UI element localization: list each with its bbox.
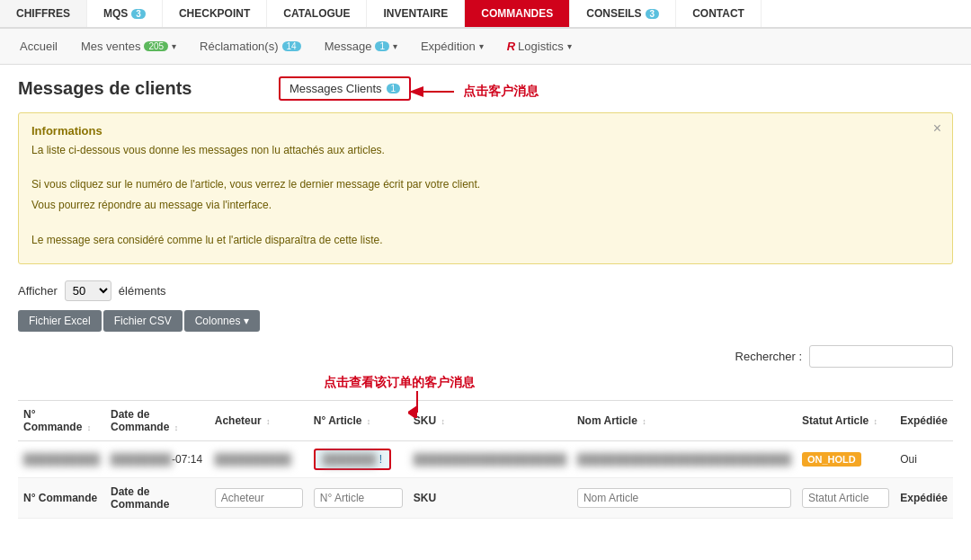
mes-ventes-badge: 205 bbox=[144, 41, 168, 51]
th-article: N° Article ↕ bbox=[308, 400, 408, 440]
top-navigation: CHIFFRES MQS 3 CHECKPOINT CATALOGUE INVE… bbox=[0, 0, 971, 29]
afficher-select[interactable]: 50 25 100 bbox=[65, 280, 111, 301]
reclamation-badge: 14 bbox=[282, 41, 301, 51]
annotation-label: 点击客户消息 bbox=[463, 84, 539, 100]
fichier-csv-button[interactable]: Fichier CSV bbox=[103, 310, 183, 332]
sort-icon: ↕ bbox=[874, 417, 878, 426]
rechercher-input[interactable] bbox=[809, 345, 953, 368]
th-sku: SKU ↕ bbox=[408, 400, 572, 440]
elements-label: éléments bbox=[119, 284, 166, 298]
left-arrow-icon bbox=[405, 83, 459, 101]
nav-checkpoint[interactable]: CHECKPOINT bbox=[163, 0, 267, 27]
th-expediee: Expédiée bbox=[895, 400, 953, 440]
subnav-expedition[interactable]: Expédition ▾ bbox=[410, 34, 494, 58]
chevron-down-icon: ▾ bbox=[244, 315, 249, 327]
table-header-row: N°Commande ↕ Date deCommande ↕ Acheteur … bbox=[18, 400, 953, 440]
chevron-down-icon: ▾ bbox=[479, 41, 484, 51]
colonnes-button[interactable]: Colonnes ▾ bbox=[184, 310, 261, 332]
chevron-down-icon: ▾ bbox=[393, 41, 397, 51]
sort-icon: ↕ bbox=[266, 417, 271, 426]
filter-nom-input[interactable] bbox=[577, 488, 791, 508]
th-date: Date deCommande ↕ bbox=[105, 400, 209, 440]
filter-article[interactable] bbox=[308, 477, 408, 518]
nom-article-value: ████████████████████████████ bbox=[577, 453, 791, 466]
article-link[interactable]: ███████ ! bbox=[314, 449, 391, 470]
acheteur-value: ██████████ bbox=[215, 453, 291, 466]
info-title: Informations bbox=[31, 124, 921, 138]
page-title: Messages de clients bbox=[18, 78, 192, 99]
info-line2: Si vous cliquez sur le numéro de l'artic… bbox=[31, 176, 921, 193]
close-button[interactable]: × bbox=[933, 120, 941, 137]
cell-acheteur: ██████████ bbox=[209, 440, 308, 477]
messages-clients-button[interactable]: Messages Clients 1 bbox=[279, 76, 411, 101]
chevron-down-icon: ▾ bbox=[567, 41, 572, 51]
sort-icon: ↕ bbox=[367, 417, 371, 426]
article-blurred: ███████ bbox=[323, 453, 377, 466]
down-arrow-icon bbox=[408, 391, 426, 418]
cell-expediee: Oui bbox=[895, 440, 953, 477]
table-filter-row: N° Commande Date de Commande SKU bbox=[18, 477, 953, 518]
arrow-annotation: 点击客户消息 bbox=[405, 83, 539, 101]
filter-article-input[interactable] bbox=[314, 488, 403, 508]
subnav-mes-ventes[interactable]: Mes ventes 205 ▾ bbox=[70, 34, 187, 58]
order-annotation-row: 点击查看该订单的客户消息 bbox=[18, 375, 953, 400]
mqs-badge: 3 bbox=[131, 9, 146, 19]
rechercher-row: Rechercher : bbox=[18, 345, 953, 368]
commande-value: ██████████ bbox=[23, 453, 100, 466]
nav-chiffres[interactable]: CHIFFRES bbox=[0, 0, 87, 27]
subnav-logistics[interactable]: R Logistics ▾ bbox=[496, 34, 583, 58]
chevron-down-icon: ▾ bbox=[172, 41, 176, 51]
fichier-excel-button[interactable]: Fichier Excel bbox=[18, 310, 102, 332]
sort-icon: ↕ bbox=[642, 417, 646, 426]
cell-commande: ██████████ bbox=[18, 440, 105, 477]
info-line1: La liste ci-dessous vous donne les messa… bbox=[31, 142, 921, 159]
nav-commandes[interactable]: COMMANDES bbox=[465, 0, 570, 27]
nav-mqs[interactable]: MQS 3 bbox=[87, 0, 163, 27]
messages-clients-badge: 1 bbox=[387, 84, 401, 93]
cell-article[interactable]: ███████ ! bbox=[308, 440, 408, 477]
main-content: Messages de clients Messages Clients 1 点… bbox=[0, 65, 971, 532]
filter-statut-input[interactable] bbox=[802, 488, 889, 508]
th-commande: N°Commande ↕ bbox=[18, 400, 105, 440]
cell-nom-article: ████████████████████████████ bbox=[572, 440, 797, 477]
subnav-message[interactable]: Message 1 ▾ bbox=[314, 34, 408, 58]
filter-acheteur-input[interactable] bbox=[215, 488, 303, 508]
subnav-reclamation[interactable]: Réclamation(s) 14 bbox=[189, 34, 312, 58]
afficher-label: Afficher bbox=[18, 284, 58, 298]
filter-commande: N° Commande bbox=[18, 477, 105, 518]
filter-statut[interactable] bbox=[797, 477, 895, 518]
nav-conseils[interactable]: CONSEILS 3 bbox=[570, 0, 676, 27]
afficher-row: Afficher 50 25 100 éléments bbox=[18, 280, 953, 301]
data-table: N°Commande ↕ Date deCommande ↕ Acheteur … bbox=[18, 400, 953, 519]
sort-icon: ↕ bbox=[441, 417, 446, 426]
status-badge: ON_HOLD bbox=[802, 452, 861, 467]
cell-sku: ████████████████████ bbox=[408, 440, 572, 477]
filter-date: Date de Commande bbox=[105, 477, 209, 518]
date-blurred: ████████ bbox=[111, 453, 172, 466]
info-box: Informations La liste ci-dessous vous do… bbox=[18, 112, 953, 264]
buttons-row: Fichier Excel Fichier CSV Colonnes ▾ bbox=[18, 310, 953, 332]
nav-contact[interactable]: CONTACT bbox=[676, 0, 762, 27]
nav-inventaire[interactable]: INVENTAIRE bbox=[367, 0, 465, 27]
table-wrapper: 点击查看该订单的客户消息 N°Commande ↕ Date de bbox=[18, 375, 953, 519]
cell-statut: ON_HOLD bbox=[797, 440, 895, 477]
page-title-row: Messages de clients Messages Clients 1 点… bbox=[18, 78, 953, 99]
message-badge: 1 bbox=[375, 41, 389, 51]
filter-acheteur[interactable] bbox=[209, 477, 308, 518]
rechercher-label: Rechercher : bbox=[735, 350, 802, 363]
subnav-accueil[interactable]: Accueil bbox=[9, 34, 68, 58]
r-logo-icon: R bbox=[507, 40, 515, 53]
sku-value: ████████████████████ bbox=[414, 453, 566, 466]
th-acheteur: Acheteur ↕ bbox=[209, 400, 308, 440]
th-statut: Statut Article ↕ bbox=[797, 400, 895, 440]
sub-navigation: Accueil Mes ventes 205 ▾ Réclamation(s) … bbox=[0, 29, 971, 65]
filter-nom[interactable] bbox=[572, 477, 797, 518]
table-row: ██████████ ████████-07:14 ██████████ ███… bbox=[18, 440, 953, 477]
info-line3: Vous pourrez répondre au message via l'i… bbox=[31, 197, 921, 214]
order-annotation-text: 点击查看该订单的客户消息 bbox=[324, 375, 475, 391]
sort-icon: ↕ bbox=[174, 423, 179, 432]
sort-icon: ↕ bbox=[87, 423, 92, 432]
nav-catalogue[interactable]: CATALOGUE bbox=[267, 0, 367, 27]
info-line4: Le message sera considéré comme lu et l'… bbox=[31, 232, 921, 249]
conseils-badge: 3 bbox=[646, 9, 660, 19]
